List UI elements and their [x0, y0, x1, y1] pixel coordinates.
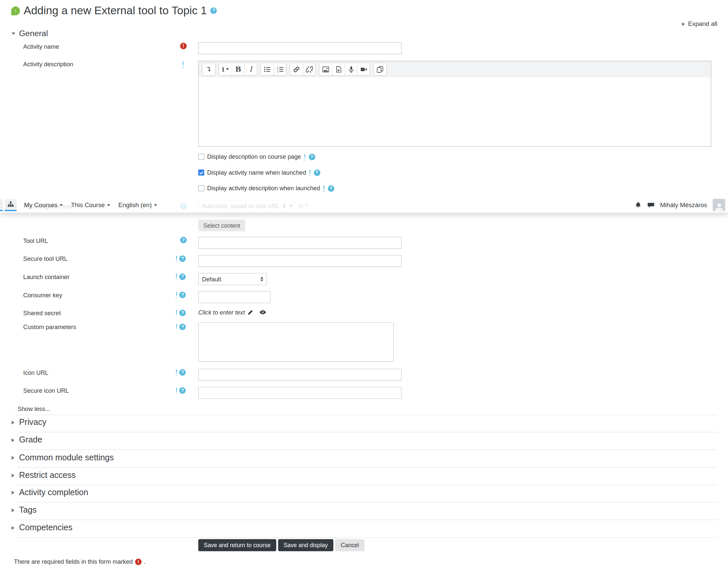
- custom-parameters-textarea[interactable]: [198, 322, 394, 362]
- launch-container-select[interactable]: Default: [198, 273, 267, 285]
- page-title-row: ↑ Adding a new External tool to Topic 1 …: [11, 4, 217, 17]
- help-icon[interactable]: ?: [179, 323, 186, 330]
- page: ↑ Adding a new External tool to Topic 1 …: [0, 0, 728, 576]
- required-icon: !: [180, 43, 187, 49]
- section-heading: Privacy: [19, 417, 47, 427]
- record-video-icon[interactable]: [357, 63, 370, 75]
- nav-this-course[interactable]: This Course: [71, 202, 110, 208]
- advanced-exclamation-icon: !: [182, 61, 184, 68]
- divider: [18, 450, 718, 450]
- unlink-icon[interactable]: [303, 63, 316, 75]
- icon-url-input[interactable]: [198, 369, 402, 381]
- section-common-module-settings-toggle[interactable]: Common module settings: [11, 453, 114, 462]
- show-less-link[interactable]: Show less...: [18, 405, 50, 412]
- divider: [18, 502, 718, 502]
- help-icon[interactable]: ?: [210, 7, 217, 14]
- record-audio-icon[interactable]: [345, 63, 357, 75]
- select-arrows-icon: [260, 277, 263, 281]
- avatar[interactable]: [713, 199, 725, 211]
- image-icon[interactable]: [319, 63, 332, 75]
- chevron-right-icon: [11, 456, 14, 459]
- section-activity-completion-toggle[interactable]: Activity completion: [11, 488, 88, 497]
- page-title: Adding a new External tool to Topic 1: [24, 4, 207, 17]
- nav-my-courses[interactable]: My Courses: [24, 202, 63, 208]
- required-fields-note-period: .: [144, 558, 145, 565]
- section-heading: Activity completion: [19, 488, 88, 497]
- help-icon[interactable]: ?: [179, 387, 186, 394]
- chevron-right-icon: [11, 421, 14, 424]
- nav-tab-partial[interactable]: [0, 199, 3, 211]
- display-activity-name-checkbox[interactable]: [198, 169, 204, 175]
- secure-icon-url-label: Secure icon URL: [23, 387, 69, 394]
- save-and-display-button[interactable]: Save and display: [278, 539, 333, 551]
- unordered-list-icon[interactable]: [261, 63, 273, 75]
- pencil-icon[interactable]: [247, 309, 254, 315]
- bold-icon[interactable]: B: [232, 63, 244, 75]
- italic-icon[interactable]: I: [244, 63, 257, 75]
- expand-all-link[interactable]: Expand all: [682, 21, 718, 28]
- svg-text:3: 3: [277, 70, 278, 73]
- media-icon[interactable]: [332, 63, 345, 75]
- section-privacy-toggle[interactable]: Privacy: [11, 417, 47, 427]
- help-icon[interactable]: ?: [309, 153, 315, 160]
- nav-language[interactable]: English (en): [118, 202, 157, 208]
- required-fields-note: There are required fields in this form m…: [14, 558, 133, 565]
- notifications-bell-icon[interactable]: [635, 202, 642, 208]
- divider: [18, 467, 718, 468]
- consumer-key-input[interactable]: [198, 291, 271, 303]
- shared-secret-edit-text[interactable]: Click to enter text: [198, 309, 245, 316]
- section-restrict-access-toggle[interactable]: Restrict access: [11, 470, 76, 480]
- section-general-toggle[interactable]: General: [11, 29, 48, 38]
- eye-icon[interactable]: [259, 309, 266, 315]
- checkbox-label: Display activity description when launch…: [207, 185, 320, 192]
- cancel-button[interactable]: Cancel: [335, 539, 365, 551]
- shared-secret-label: Shared secret: [23, 310, 61, 317]
- format-style-icon[interactable]: i: [219, 63, 232, 75]
- help-icon[interactable]: ?: [179, 369, 186, 375]
- advanced-exclamation-icon: !: [176, 387, 178, 394]
- display-description-checkbox[interactable]: [198, 154, 204, 160]
- divider: [18, 485, 718, 485]
- advanced-exclamation-icon: !: [176, 309, 178, 316]
- editor-content-area[interactable]: [198, 77, 711, 147]
- chevron-down-icon: [107, 204, 110, 206]
- select-content-button[interactable]: Select content: [198, 220, 245, 231]
- secure-tool-url-label: Secure tool URL: [23, 256, 67, 262]
- sitemap-icon: [7, 201, 14, 208]
- help-icon[interactable]: ?: [179, 273, 186, 280]
- navbar: My Courses This Course English (en) Mihá…: [0, 197, 728, 213]
- nav-sitemap-tab[interactable]: [5, 199, 17, 211]
- tool-url-label: Tool URL: [23, 237, 48, 244]
- help-icon[interactable]: ?: [180, 237, 187, 243]
- help-icon[interactable]: ?: [314, 169, 320, 176]
- section-grade-toggle[interactable]: Grade: [11, 435, 42, 445]
- divider: [18, 537, 718, 538]
- checkbox-label: Display activity name when launched: [207, 169, 306, 176]
- consumer-key-label: Consumer key: [23, 292, 62, 298]
- help-icon[interactable]: ?: [179, 291, 186, 298]
- user-name[interactable]: Mihály Mészáros: [660, 202, 707, 208]
- icon-url-label: Icon URL: [23, 369, 48, 376]
- launch-container-value: Default: [202, 276, 221, 283]
- section-tags-toggle[interactable]: Tags: [11, 505, 37, 515]
- secure-tool-url-input[interactable]: [198, 255, 402, 267]
- chevron-down-icon: [60, 204, 63, 206]
- external-tool-icon: ↑: [11, 6, 20, 15]
- section-competencies-toggle[interactable]: Competencies: [11, 523, 72, 532]
- advanced-exclamation-icon: !: [176, 369, 178, 376]
- tool-url-input[interactable]: [198, 237, 402, 249]
- secure-icon-url-input[interactable]: [198, 387, 402, 399]
- help-icon[interactable]: ?: [179, 310, 186, 316]
- manage-files-icon[interactable]: [374, 63, 386, 75]
- activity-name-input[interactable]: [198, 42, 402, 54]
- divider: [14, 414, 718, 415]
- advanced-exclamation-icon: !: [309, 169, 311, 176]
- help-icon[interactable]: ?: [328, 185, 334, 192]
- messages-chat-icon[interactable]: [647, 202, 654, 208]
- display-activity-description-checkbox[interactable]: [198, 185, 204, 191]
- collapse-toolbar-icon[interactable]: [202, 63, 215, 75]
- help-icon[interactable]: ?: [179, 255, 186, 262]
- link-icon[interactable]: [290, 63, 303, 75]
- ordered-list-icon[interactable]: 123: [273, 63, 286, 75]
- save-and-return-button[interactable]: Save and return to course: [198, 539, 276, 551]
